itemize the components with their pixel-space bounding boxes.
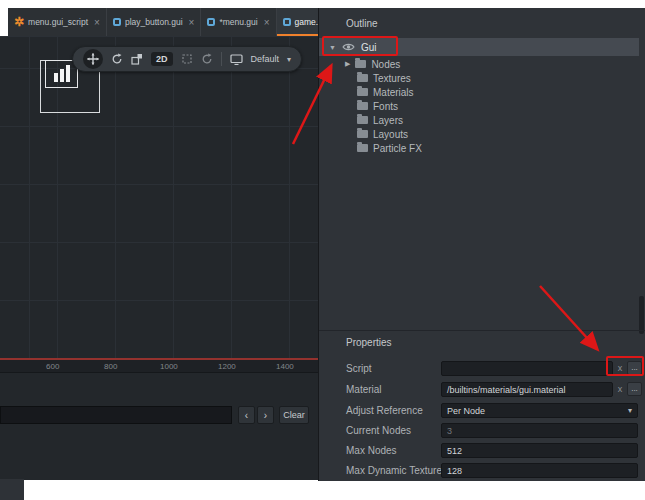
- max-dynamic-textures-field[interactable]: 128: [441, 463, 638, 478]
- gui-file-icon: [207, 18, 215, 26]
- tab-menu-gui-script[interactable]: ✲ menu.gui_script ×: [8, 8, 107, 36]
- viewport-search-input[interactable]: [0, 406, 232, 424]
- rotate-tool-icon[interactable]: [111, 53, 123, 65]
- ruler-tick: 1400: [276, 362, 294, 371]
- gui-file-icon: [113, 18, 121, 26]
- max-dynamic-textures-label: Max Dynamic Textures: [346, 465, 447, 476]
- close-icon[interactable]: ×: [264, 17, 270, 28]
- properties-panel: Properties Script x ... Material /builti…: [319, 330, 645, 481]
- outline-item-label: Materials: [373, 87, 414, 98]
- outline-scrollbar[interactable]: [639, 296, 644, 334]
- tree-collapsed-icon[interactable]: ▶: [345, 60, 350, 68]
- move-tool-button[interactable]: [83, 49, 103, 69]
- tab-label: game.gui: [295, 17, 318, 27]
- bottom-left-panel-edge: [0, 479, 24, 500]
- folder-icon: [357, 74, 368, 82]
- document-tab-bar: ✲ menu.gui_script × play_button.gui × *m…: [8, 8, 318, 36]
- material-clear-icon[interactable]: x: [615, 384, 625, 394]
- outline-item-label: Layers: [373, 115, 403, 126]
- outline-item-fonts[interactable]: Fonts: [319, 99, 645, 113]
- outline-item-layouts[interactable]: Layouts: [319, 127, 645, 141]
- outline-item-label: Particle FX: [373, 143, 422, 154]
- clear-button[interactable]: Clear: [279, 406, 309, 424]
- nav-back-button[interactable]: ‹: [238, 406, 255, 424]
- material-label: Material: [346, 384, 382, 395]
- horizontal-ruler: 400 600 800 1000 1200 1400: [0, 360, 318, 373]
- outline-panel-title: Outline: [346, 18, 378, 29]
- max-nodes-field[interactable]: 512: [441, 443, 638, 458]
- outline-item-label: Layouts: [373, 129, 408, 140]
- adjust-reference-label: Adjust Reference: [346, 405, 423, 416]
- viewport-toolbar: 2D Default ▾: [72, 46, 302, 72]
- editor-screenshot: ✲ menu.gui_script × play_button.gui × *m…: [0, 0, 645, 500]
- script-label: Script: [346, 363, 372, 374]
- tab-label: menu.gui_script: [28, 17, 88, 27]
- close-icon[interactable]: ×: [94, 17, 100, 28]
- close-icon[interactable]: ×: [189, 17, 195, 28]
- outline-item-label: Nodes: [371, 59, 400, 70]
- tab-menu-gui[interactable]: *menu.gui ×: [201, 8, 276, 36]
- outline-item-label: Textures: [373, 73, 411, 84]
- properties-panel-title: Properties: [346, 337, 392, 348]
- folder-icon: [357, 144, 368, 152]
- right-panel: Outline ▼ Gui ▶ Nodes Textures Materials: [318, 8, 645, 481]
- layout-icon: [230, 54, 243, 65]
- outline-item-textures[interactable]: Textures: [319, 71, 645, 85]
- adjust-reference-select[interactable]: Per Node ▾: [441, 403, 638, 418]
- layout-profile-dropdown[interactable]: Default: [251, 54, 280, 64]
- tab-play-button-gui[interactable]: play_button.gui ×: [107, 8, 202, 36]
- material-browse-button[interactable]: ...: [627, 382, 642, 396]
- current-nodes-field: 3: [441, 423, 638, 438]
- scale-tool-icon[interactable]: [131, 53, 143, 65]
- toolbar-separator: [221, 52, 222, 66]
- outline-item-particle-fx[interactable]: Particle FX: [319, 141, 645, 155]
- chevron-down-icon: ▾: [628, 406, 632, 415]
- material-field[interactable]: /builtins/materials/gui.material: [441, 382, 613, 397]
- annotation-box-gui: [322, 36, 398, 56]
- tab-game-gui[interactable]: game.gui ×: [277, 8, 318, 36]
- script-icon: ✲: [14, 18, 24, 26]
- outline-item-materials[interactable]: Materials: [319, 85, 645, 99]
- ruler-tick: 1200: [218, 362, 236, 371]
- current-nodes-label: Current Nodes: [346, 425, 411, 436]
- folder-icon: [357, 116, 368, 124]
- move-icon: [87, 53, 99, 65]
- nav-forward-button[interactable]: ›: [257, 406, 274, 424]
- ruler-tick: 800: [104, 362, 117, 371]
- folder-icon: [355, 60, 366, 68]
- outline-item-label: Fonts: [373, 101, 398, 112]
- max-nodes-label: Max Nodes: [346, 445, 397, 456]
- folder-icon: [357, 102, 368, 110]
- tab-label: play_button.gui: [125, 17, 183, 27]
- annotation-box-script-browse: [606, 356, 644, 376]
- gui-file-icon: [283, 18, 291, 26]
- folder-icon: [357, 130, 368, 138]
- folder-icon: [357, 88, 368, 96]
- outline-item-nodes[interactable]: ▶ Nodes: [319, 57, 645, 71]
- ruler-tick: 600: [46, 362, 59, 371]
- outline-tree: ▶ Nodes Textures Materials Fonts Layers: [319, 57, 645, 155]
- chevron-down-icon[interactable]: ▾: [287, 55, 291, 64]
- tab-label: *menu.gui: [219, 17, 257, 27]
- scene-viewport[interactable]: 400 600 800 1000 1200 1400 2D: [0, 36, 318, 480]
- mode-2d-button[interactable]: 2D: [151, 52, 173, 66]
- refresh-tool-icon[interactable]: [201, 53, 213, 65]
- ruler-tick: 1000: [160, 362, 178, 371]
- outline-item-layers[interactable]: Layers: [319, 113, 645, 127]
- adjust-reference-value: Per Node: [447, 406, 485, 416]
- snap-tool-icon[interactable]: [181, 53, 193, 65]
- script-field[interactable]: [441, 361, 613, 376]
